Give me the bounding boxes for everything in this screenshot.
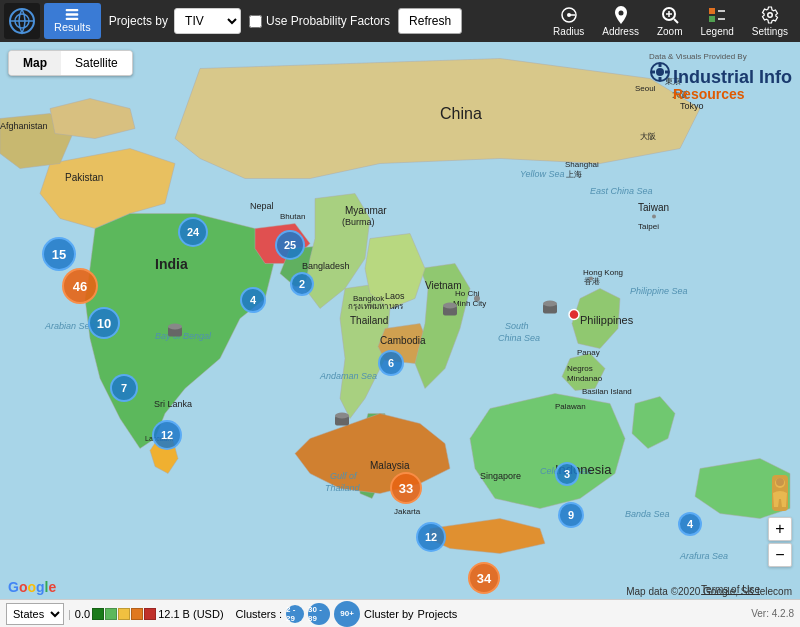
svg-text:Gulf of: Gulf of xyxy=(330,471,358,481)
svg-text:上海: 上海 xyxy=(566,170,582,179)
zoom-tool-button[interactable]: Zoom xyxy=(649,2,691,40)
cluster-large-dot: 90+ xyxy=(334,601,360,627)
svg-point-49 xyxy=(652,215,656,219)
svg-text:Negros: Negros xyxy=(567,364,593,373)
svg-text:Andaman Sea: Andaman Sea xyxy=(319,371,377,381)
projects-label: Projects xyxy=(418,608,458,620)
states-select[interactable]: States xyxy=(6,603,64,625)
svg-rect-80 xyxy=(709,8,715,14)
color-scale: 0.0 12.1 B (USD) xyxy=(75,608,224,620)
svg-text:Myanmar: Myanmar xyxy=(345,205,387,216)
map-tab-satellite[interactable]: Satellite xyxy=(61,51,132,75)
zoom-in-button[interactable]: + xyxy=(768,517,792,541)
svg-text:China: China xyxy=(440,105,482,122)
zoom-out-button[interactable]: − xyxy=(768,543,792,567)
results-button[interactable]: Results xyxy=(44,3,101,39)
refresh-button[interactable]: Refresh xyxy=(398,8,462,34)
svg-rect-81 xyxy=(709,16,715,22)
svg-text:Yellow Sea: Yellow Sea xyxy=(520,169,565,179)
svg-point-65 xyxy=(543,301,557,307)
svg-text:Pakistan: Pakistan xyxy=(65,172,103,183)
svg-text:Thailand: Thailand xyxy=(350,315,388,326)
svg-point-85 xyxy=(656,68,664,76)
cluster-c12[interactable]: 12 xyxy=(416,522,446,552)
cluster-c9[interactable]: 2 xyxy=(290,272,314,296)
cluster-c10[interactable]: 6 xyxy=(378,350,404,376)
cluster-c6[interactable]: 12 xyxy=(152,420,182,450)
prob-factors-label[interactable]: Use Probability Factors xyxy=(266,14,390,28)
cluster-c3[interactable]: 10 xyxy=(88,307,120,339)
svg-text:Taipei: Taipei xyxy=(638,222,659,231)
settings-button[interactable]: Settings xyxy=(744,2,796,40)
svg-text:Mindanao: Mindanao xyxy=(567,374,603,383)
svg-point-57 xyxy=(569,310,579,320)
map-type-tabs: Map Satellite xyxy=(8,50,133,76)
cluster-c4[interactable]: 24 xyxy=(178,217,208,247)
iir-resources-label: Resources xyxy=(673,86,792,102)
cluster-c5[interactable]: 7 xyxy=(110,374,138,402)
color-red xyxy=(144,608,156,620)
cluster-by-label: Cluster by xyxy=(364,608,414,620)
svg-text:Singapore: Singapore xyxy=(480,471,521,481)
svg-text:Basilan Island: Basilan Island xyxy=(582,387,632,396)
prob-factors-checkbox[interactable] xyxy=(249,15,262,28)
svg-text:India: India xyxy=(155,256,188,272)
radius-button[interactable]: Radius xyxy=(545,2,592,40)
scale-max: 12.1 B (USD) xyxy=(158,608,223,620)
iir-company-name: Industrial Info xyxy=(673,68,792,86)
cluster-c11[interactable]: 33 xyxy=(390,472,422,504)
bottom-bar: States | 0.0 12.1 B (USD) Clusters : 2 -… xyxy=(0,599,800,627)
svg-text:Palawan: Palawan xyxy=(555,402,586,411)
cluster-c15[interactable]: 9 xyxy=(558,502,584,528)
toolbar-right: Radius Address Zoom Legend Settings xyxy=(545,2,796,40)
svg-rect-69 xyxy=(66,9,79,11)
map-tab-map[interactable]: Map xyxy=(9,51,61,75)
watermark: Data & Visuals Provided By Industrial In… xyxy=(649,52,792,102)
cluster-mid-range: 30 - 89 xyxy=(308,605,330,623)
cluster-mid-dot: 30 - 89 xyxy=(308,603,330,625)
address-label: Address xyxy=(602,26,639,37)
clusters-label: Clusters : xyxy=(236,608,282,620)
zoom-label: Zoom xyxy=(657,26,683,37)
legend-button[interactable]: Legend xyxy=(692,2,741,40)
street-view-person[interactable] xyxy=(768,475,792,511)
svg-text:Minh City: Minh City xyxy=(453,299,486,308)
cluster-c1[interactable]: 15 xyxy=(42,237,76,271)
svg-text:Arafura Sea: Arafura Sea xyxy=(679,551,728,561)
svg-text:Arabian Sea: Arabian Sea xyxy=(44,321,95,331)
svg-text:Shanghai: Shanghai xyxy=(565,160,599,169)
cluster-c13[interactable]: 34 xyxy=(468,562,500,594)
svg-text:Hong Kong: Hong Kong xyxy=(583,268,623,277)
app-logo[interactable] xyxy=(4,3,40,39)
results-label: Results xyxy=(54,21,91,33)
color-boxes xyxy=(92,608,156,620)
svg-text:(Burma): (Burma) xyxy=(342,217,375,227)
address-button[interactable]: Address xyxy=(594,2,647,40)
svg-text:Thailand: Thailand xyxy=(325,483,361,493)
svg-text:Taiwan: Taiwan xyxy=(638,202,669,213)
svg-text:Bay of Bengal: Bay of Bengal xyxy=(155,331,212,341)
cluster-c8[interactable]: 25 xyxy=(275,230,305,260)
cluster-c14[interactable]: 3 xyxy=(555,462,579,486)
svg-text:East China Sea: East China Sea xyxy=(590,186,653,196)
iir-gear-icon xyxy=(649,61,671,83)
svg-text:Philippines: Philippines xyxy=(580,314,634,326)
cluster-c2[interactable]: 46 xyxy=(62,268,98,304)
color-dark-green xyxy=(92,608,104,620)
svg-text:大阪: 大阪 xyxy=(640,132,656,141)
cluster-large-range: 90+ xyxy=(340,609,354,618)
svg-text:South: South xyxy=(505,321,529,331)
terms-of-use[interactable]: Terms of Use xyxy=(701,584,760,595)
cluster-c16[interactable]: 4 xyxy=(678,512,702,536)
toolbar: Results Projects by TIV Count Value Use … xyxy=(0,0,800,42)
svg-text:Philippine Sea: Philippine Sea xyxy=(630,286,688,296)
svg-text:Jakarta: Jakarta xyxy=(394,507,421,516)
watermark-provided-by: Data & Visuals Provided By xyxy=(649,52,792,61)
svg-point-75 xyxy=(618,10,623,15)
cluster-small-range: 2 - 29 xyxy=(286,605,304,623)
cluster-c7[interactable]: 4 xyxy=(240,287,266,313)
svg-rect-71 xyxy=(66,18,79,20)
color-yellow xyxy=(118,608,130,620)
tiv-select[interactable]: TIV Count Value xyxy=(174,8,241,34)
person-icon xyxy=(768,475,792,511)
